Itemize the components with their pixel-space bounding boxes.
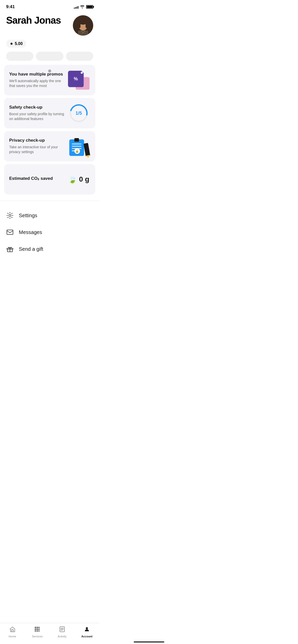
promo-card-text: You have multiple promos We'll automatic…: [9, 72, 67, 89]
promo-card-icon: %: [67, 70, 90, 90]
promo-card-subtitle: We'll automatically apply the one that s…: [9, 79, 65, 89]
svg-rect-4: [86, 20, 88, 28]
co2-card-text: Estimated CO₂ saved: [9, 176, 67, 183]
promo-card-title: You have multiple promos: [9, 72, 65, 77]
privacy-card-text: Privacy check-up Take an interactive tou…: [9, 138, 67, 155]
privacy-card[interactable]: Privacy check-up Take an interactive tou…: [4, 131, 95, 162]
menu-item-settings[interactable]: Settings: [6, 207, 93, 224]
clipboard-line: [72, 143, 82, 144]
status-icons: [74, 5, 93, 9]
settings-label: Settings: [19, 213, 37, 218]
cards-section: You have multiple promos We'll automatic…: [0, 65, 99, 195]
safety-card-subtitle: Boost your safety profile by turning on …: [9, 112, 65, 122]
privacy-card-subtitle: Take an interactive tour of your privacy…: [9, 145, 65, 155]
rating-badge: ★ 5.00: [6, 40, 26, 48]
messages-label: Messages: [19, 229, 42, 235]
filter-pills: [0, 52, 99, 65]
safety-ring-fill: [66, 101, 91, 125]
safety-card[interactable]: Safety check-up Boost your safety profil…: [4, 98, 95, 128]
privacy-card-title: Privacy check-up: [9, 138, 65, 143]
co2-card[interactable]: Estimated CO₂ saved 🍃 0 g: [4, 164, 95, 195]
star-icon: ★: [10, 41, 13, 46]
co2-value-row: 🍃 0 g: [68, 175, 89, 184]
section-divider: [0, 201, 99, 201]
wifi-icon: [80, 5, 85, 9]
filter-pill-2[interactable]: [36, 52, 63, 61]
avatar-image: [73, 15, 93, 36]
pencil-body: [83, 143, 90, 156]
status-bar: 9:41: [0, 0, 99, 12]
avatar[interactable]: [73, 15, 93, 36]
co2-card-title: Estimated CO₂ saved: [9, 176, 65, 181]
signal-bars-icon: [74, 5, 78, 9]
svg-point-6: [9, 214, 11, 216]
promo-tag-icon: %: [68, 71, 90, 90]
co2-value: 0 g: [79, 175, 89, 183]
clipboard-lock-icon: 🔒: [74, 148, 80, 154]
envelope-icon: [6, 228, 14, 236]
battery-icon: [86, 5, 93, 9]
gear-icon: [6, 212, 14, 219]
pencil-tip: [86, 155, 90, 158]
leaf-icon: 🍃: [68, 175, 77, 184]
header: Sarah Jonas: [0, 12, 99, 38]
gift-label: Send a gift: [19, 246, 43, 252]
menu-section: Settings Messages Send a: [0, 207, 99, 257]
user-name: Sarah Jonas: [6, 15, 61, 26]
safety-card-icon: 1/5: [67, 103, 90, 123]
safety-card-title: Safety check-up: [9, 105, 65, 110]
svg-rect-7: [7, 230, 13, 235]
promo-scroll-indicator: [48, 69, 51, 72]
clipboard-line: [72, 146, 82, 147]
co2-card-icon: 🍃 0 g: [67, 169, 90, 189]
safety-progress-ring: 1/5: [70, 104, 88, 122]
privacy-clipboard-icon: 🔒: [68, 137, 90, 156]
privacy-card-icon: 🔒: [67, 136, 90, 156]
user-info: Sarah Jonas: [6, 15, 61, 26]
filter-pill-3[interactable]: [66, 52, 93, 61]
filter-pill-1[interactable]: [6, 52, 33, 61]
clipboard-clip: [74, 138, 79, 142]
menu-item-gift[interactable]: Send a gift: [6, 241, 93, 257]
rating-value: 5.00: [15, 41, 23, 46]
status-time: 9:41: [6, 4, 15, 9]
menu-item-messages[interactable]: Messages: [6, 224, 93, 241]
svg-rect-3: [78, 20, 80, 28]
clipboard-body: 🔒: [69, 139, 84, 156]
gift-icon: [6, 245, 14, 253]
promo-percent-text: %: [74, 76, 78, 82]
safety-card-text: Safety check-up Boost your safety profil…: [9, 105, 67, 122]
tag-circle: [81, 72, 83, 74]
promo-tag-purple: %: [68, 71, 84, 87]
promo-card[interactable]: You have multiple promos We'll automatic…: [4, 65, 95, 95]
